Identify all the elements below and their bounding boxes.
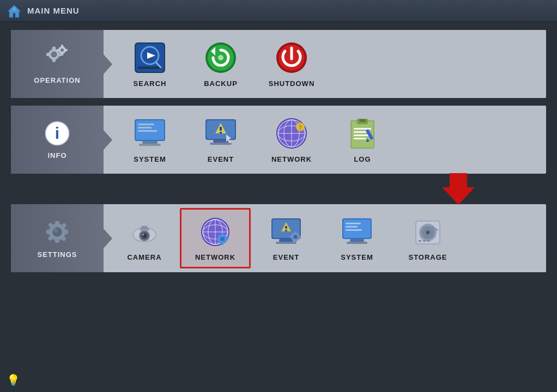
svg-rect-43 xyxy=(220,127,222,131)
settings-network-item[interactable]: NETWORK xyxy=(180,208,251,268)
svg-rect-107 xyxy=(294,240,296,242)
svg-rect-95 xyxy=(216,238,219,240)
settings-storage-item[interactable]: STORAGE xyxy=(392,210,463,267)
settings-storage-icon xyxy=(411,215,445,249)
info-event-item[interactable]: EVENT xyxy=(185,111,256,169)
search-label: SEARCH xyxy=(134,79,167,88)
svg-point-122 xyxy=(427,231,429,234)
svg-rect-108 xyxy=(290,236,293,238)
svg-rect-13 xyxy=(61,53,63,56)
info-network-label: NETWORK xyxy=(271,155,312,163)
info-system-item[interactable]: SYSTEM xyxy=(114,111,185,169)
settings-system-icon xyxy=(340,215,374,249)
settings-network-icon xyxy=(198,215,232,249)
svg-point-11 xyxy=(60,48,64,52)
svg-rect-36 xyxy=(138,127,152,128)
svg-rect-94 xyxy=(221,242,223,245)
operation-label: OPERATION xyxy=(11,30,104,98)
svg-rect-112 xyxy=(350,239,364,242)
svg-point-81 xyxy=(143,234,144,236)
svg-marker-0 xyxy=(8,5,21,17)
settings-camera-label: CAMERA xyxy=(127,253,161,261)
info-network-item[interactable]: ! NETWORK xyxy=(256,111,327,169)
search-icon xyxy=(132,40,167,75)
svg-rect-93 xyxy=(221,233,223,236)
svg-rect-113 xyxy=(347,242,367,244)
settings-event-item[interactable]: EVENT xyxy=(251,210,322,267)
svg-rect-67 xyxy=(55,221,59,225)
svg-rect-99 xyxy=(279,239,293,242)
svg-rect-41 xyxy=(210,143,232,145)
info-section: i INFO SYSTEM xyxy=(11,106,546,174)
svg-rect-100 xyxy=(276,242,296,244)
settings-system-label: SYSTEM xyxy=(341,253,373,261)
shutdown-label: SHUTDOWN xyxy=(269,79,315,88)
backup-icon xyxy=(203,40,238,75)
svg-point-92 xyxy=(220,237,225,241)
down-arrow xyxy=(442,173,475,205)
info-log-label: LOG xyxy=(354,155,371,163)
settings-items: CAMERA xyxy=(104,204,546,272)
home-icon xyxy=(7,3,22,19)
svg-text:!: ! xyxy=(299,124,301,131)
svg-rect-61 xyxy=(354,134,370,136)
main-content: OPERATION SEARCH xyxy=(0,22,557,280)
settings-icon xyxy=(43,218,71,246)
svg-rect-125 xyxy=(423,240,426,242)
svg-rect-106 xyxy=(294,231,296,234)
svg-rect-115 xyxy=(346,226,358,228)
operation-items: SEARCH BACKUP xyxy=(104,30,546,98)
svg-rect-124 xyxy=(419,240,421,242)
svg-rect-69 xyxy=(46,230,51,234)
info-event-label: EVENT xyxy=(208,155,234,163)
settings-camera-icon xyxy=(128,215,161,249)
settings-storage-label: STORAGE xyxy=(408,253,447,261)
info-system-label: SYSTEM xyxy=(134,155,166,163)
svg-rect-70 xyxy=(64,230,68,234)
settings-event-label: EVENT xyxy=(273,253,299,261)
svg-rect-103 xyxy=(285,230,287,231)
svg-rect-20 xyxy=(138,66,162,69)
backup-item[interactable]: BACKUP xyxy=(185,35,256,93)
settings-section: SETTINGS CAMERA xyxy=(11,204,546,272)
svg-rect-40 xyxy=(213,140,228,143)
svg-point-3 xyxy=(51,52,57,57)
svg-rect-114 xyxy=(346,223,361,224)
svg-rect-14 xyxy=(57,49,59,51)
operation-icon xyxy=(43,44,71,72)
info-log-icon xyxy=(345,116,380,151)
footer: 💡 xyxy=(7,373,20,387)
settings-section-label: SETTINGS xyxy=(37,250,77,259)
shutdown-item[interactable]: SHUTDOWN xyxy=(256,35,327,93)
svg-rect-83 xyxy=(141,226,148,229)
info-section-label: INFO xyxy=(47,151,66,160)
svg-rect-37 xyxy=(138,130,157,132)
info-items: SYSTEM EVENT xyxy=(104,106,546,174)
header: MAIN MENU xyxy=(0,0,557,22)
search-item[interactable]: SEARCH xyxy=(114,35,185,93)
svg-rect-6 xyxy=(46,53,51,56)
svg-point-105 xyxy=(294,235,298,239)
svg-rect-15 xyxy=(65,49,68,51)
operation-section: OPERATION SEARCH xyxy=(11,30,546,98)
header-title: MAIN MENU xyxy=(27,6,80,15)
settings-event-icon xyxy=(269,215,303,249)
lightbulb-icon: 💡 xyxy=(7,374,20,386)
svg-rect-62 xyxy=(354,138,366,139)
svg-rect-126 xyxy=(427,240,430,242)
svg-rect-116 xyxy=(346,229,362,231)
info-log-item[interactable]: LOG xyxy=(327,111,398,169)
shutdown-icon xyxy=(274,40,309,75)
info-label: i INFO xyxy=(11,106,104,174)
svg-rect-68 xyxy=(55,238,59,243)
settings-camera-item[interactable]: CAMERA xyxy=(109,210,180,267)
svg-rect-35 xyxy=(138,124,154,125)
svg-rect-12 xyxy=(61,45,63,47)
info-icon: i xyxy=(44,120,71,147)
info-network-icon: ! xyxy=(274,116,309,151)
settings-system-item[interactable]: SYSTEM xyxy=(322,210,392,267)
arrow-gap xyxy=(434,174,483,204)
svg-rect-59 xyxy=(354,128,371,130)
svg-rect-33 xyxy=(142,141,158,144)
svg-rect-96 xyxy=(226,238,228,240)
